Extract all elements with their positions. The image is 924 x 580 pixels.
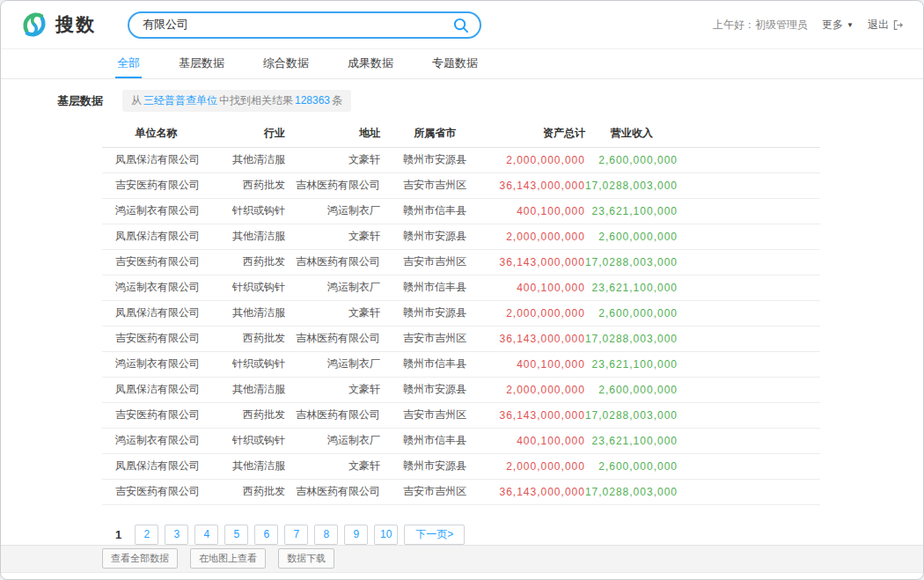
column-header: 资产总计 [490, 121, 585, 147]
table-row[interactable]: 凤凰保洁有限公司其他清洁服文豪轩赣州市安源县2,000,000,0002,600… [102, 453, 820, 479]
total-assets-cell: 400,100,000 [490, 428, 585, 453]
result-count[interactable]: 128363 [295, 94, 330, 106]
address-cell: 鸿运制衣厂 [285, 275, 380, 300]
table-row[interactable]: 吉安医药有限公司西药批发吉林医药有限公司吉安市吉州区36,143,000,000… [102, 326, 820, 351]
logout-button[interactable]: 退出 [868, 18, 904, 33]
logout-label: 退出 [868, 18, 889, 33]
tab-comprehensive-data[interactable]: 综合数据 [261, 49, 311, 78]
page-button-8[interactable]: 8 [314, 525, 338, 545]
unit-name-cell: 凤凰保洁有限公司 [102, 453, 210, 479]
address-cell: 文豪轩 [285, 300, 380, 326]
industry-cell: 其他清洁服 [210, 377, 285, 402]
search-icon[interactable] [452, 17, 469, 33]
table-body: 凤凰保洁有限公司其他清洁服文豪轩赣州市安源县2,000,000,0002,600… [102, 147, 820, 504]
tab-basic-data[interactable]: 基层数据 [177, 49, 226, 78]
table-row[interactable]: 凤凰保洁有限公司其他清洁服文豪轩赣州市安源县2,000,000,0002,600… [102, 147, 820, 173]
revenue-cell: 23,621,100,000 [585, 275, 820, 300]
table-row[interactable]: 凤凰保洁有限公司其他清洁服文豪轩赣州市安源县2,000,000,0002,600… [102, 377, 820, 402]
table-row[interactable]: 鸿运制衣有限公司针织或钩针鸿运制衣厂赣州市信丰县400,100,00023,62… [102, 275, 820, 300]
table-header-row: 单位名称行业地址所属省市资产总计营业收入 [102, 121, 820, 147]
total-assets-cell: 36,143,000,000 [490, 173, 585, 198]
revenue-cell: 2,600,000,000 [585, 224, 820, 249]
address-cell: 文豪轩 [285, 377, 380, 402]
total-assets-cell: 400,100,000 [490, 198, 585, 224]
tab-all[interactable]: 全部 [115, 49, 142, 78]
industry-cell: 西药批发 [210, 479, 285, 504]
view-on-map-button[interactable]: 在地图上查看 [190, 548, 266, 569]
result-middle: 中找到相关结果 [219, 94, 293, 106]
column-header: 行业 [210, 121, 285, 147]
page-button-7[interactable]: 7 [284, 525, 308, 545]
unit-name-cell: 凤凰保洁有限公司 [102, 300, 210, 326]
table-row[interactable]: 鸿运制衣有限公司针织或钩针鸿运制衣厂赣州市信丰县400,100,00023,62… [102, 198, 820, 224]
table-row[interactable]: 凤凰保洁有限公司其他清洁服文豪轩赣州市安源县2,000,000,0002,600… [102, 224, 820, 249]
search-box[interactable] [128, 11, 481, 39]
more-menu[interactable]: 更多 ▼ [822, 18, 854, 33]
address-cell: 吉林医药有限公司 [285, 479, 380, 504]
total-assets-cell: 2,000,000,000 [490, 224, 585, 249]
unit-name-cell: 鸿运制衣有限公司 [102, 275, 210, 300]
column-header: 营业收入 [585, 121, 820, 147]
page-current[interactable]: 1 [114, 528, 128, 541]
page: 搜数 上午好：初级管理员 更多 ▼ 退出 [0, 0, 924, 580]
unit-name-cell: 吉安医药有限公司 [102, 173, 210, 198]
unit-name-cell: 吉安医药有限公司 [102, 249, 210, 275]
revenue-cell: 2,600,000,000 [585, 147, 820, 173]
logo-text: 搜数 [55, 12, 96, 37]
page-button-10[interactable]: 10 [374, 525, 398, 545]
search-input[interactable] [143, 18, 452, 32]
revenue-cell: 17,0288,003,000 [585, 402, 820, 428]
page-button-2[interactable]: 2 [135, 525, 158, 545]
greeting-text: 上午好：初级管理员 [713, 18, 808, 33]
table-row[interactable]: 吉安医药有限公司西药批发吉林医药有限公司吉安市吉州区36,143,000,000… [102, 402, 820, 428]
page-button-3[interactable]: 3 [165, 525, 188, 545]
page-button-6[interactable]: 6 [254, 525, 278, 545]
region-cell: 吉安市吉州区 [380, 326, 490, 351]
address-cell: 吉林医药有限公司 [285, 173, 380, 198]
result-bar: 基层数据 从三经普普查单位中找到相关结果128363条 [1, 79, 923, 117]
address-cell: 文豪轩 [285, 147, 380, 173]
industry-cell: 针织或钩针 [210, 351, 285, 377]
address-cell: 吉林医药有限公司 [285, 326, 380, 351]
section-label: 基层数据 [57, 93, 103, 109]
table-row[interactable]: 鸿运制衣有限公司针织或钩针鸿运制衣厂赣州市信丰县400,100,00023,62… [102, 351, 820, 377]
data-download-button[interactable]: 数据下载 [278, 548, 334, 569]
revenue-cell: 17,0288,003,000 [585, 326, 820, 351]
logout-icon [892, 19, 904, 31]
table-row[interactable]: 吉安医药有限公司西药批发吉林医药有限公司吉安市吉州区36,143,000,000… [102, 173, 820, 198]
unit-name-cell: 凤凰保洁有限公司 [102, 224, 210, 249]
region-cell: 赣州市信丰县 [380, 351, 490, 377]
column-header: 所属省市 [380, 121, 490, 147]
page-button-9[interactable]: 9 [344, 525, 368, 545]
table-row[interactable]: 凤凰保洁有限公司其他清洁服文豪轩赣州市安源县2,000,000,0002,600… [102, 300, 820, 326]
region-cell: 赣州市安源县 [380, 224, 490, 249]
revenue-cell: 2,600,000,000 [585, 453, 820, 479]
page-button-4[interactable]: 4 [194, 525, 218, 545]
address-cell: 鸿运制衣厂 [285, 428, 380, 453]
logo-icon [20, 11, 48, 39]
region-cell: 吉安市吉州区 [380, 249, 490, 275]
revenue-cell: 23,621,100,000 [585, 198, 820, 224]
view-all-data-button[interactable]: 查看全部数据 [102, 548, 178, 569]
table-row[interactable]: 鸿运制衣有限公司针织或钩针鸿运制衣厂赣州市信丰县400,100,00023,62… [102, 428, 820, 453]
total-assets-cell: 2,000,000,000 [490, 300, 585, 326]
logo: 搜数 [20, 11, 96, 39]
next-page-button[interactable]: 下一页> [404, 525, 465, 545]
tab-special-data[interactable]: 专题数据 [430, 49, 480, 78]
revenue-cell: 2,600,000,000 [585, 377, 820, 402]
more-label: 更多 [822, 18, 843, 33]
region-cell: 赣州市安源县 [380, 377, 490, 402]
unit-name-cell: 鸿运制衣有限公司 [102, 351, 210, 377]
page-button-5[interactable]: 5 [224, 525, 248, 545]
address-cell: 吉林医药有限公司 [285, 402, 380, 428]
industry-cell: 西药批发 [210, 326, 285, 351]
unit-name-cell: 凤凰保洁有限公司 [102, 147, 210, 173]
total-assets-cell: 36,143,000,000 [490, 326, 585, 351]
tab-achievement-data[interactable]: 成果数据 [346, 49, 395, 78]
source-link[interactable]: 三经普普查单位 [143, 94, 217, 106]
table-row[interactable]: 吉安医药有限公司西药批发吉林医药有限公司吉安市吉州区36,143,000,000… [102, 249, 820, 275]
topbar: 搜数 上午好：初级管理员 更多 ▼ 退出 [1, 1, 923, 48]
total-assets-cell: 36,143,000,000 [490, 479, 585, 504]
total-assets-cell: 400,100,000 [490, 275, 585, 300]
table-row[interactable]: 吉安医药有限公司西药批发吉林医药有限公司吉安市吉州区36,143,000,000… [102, 479, 820, 504]
